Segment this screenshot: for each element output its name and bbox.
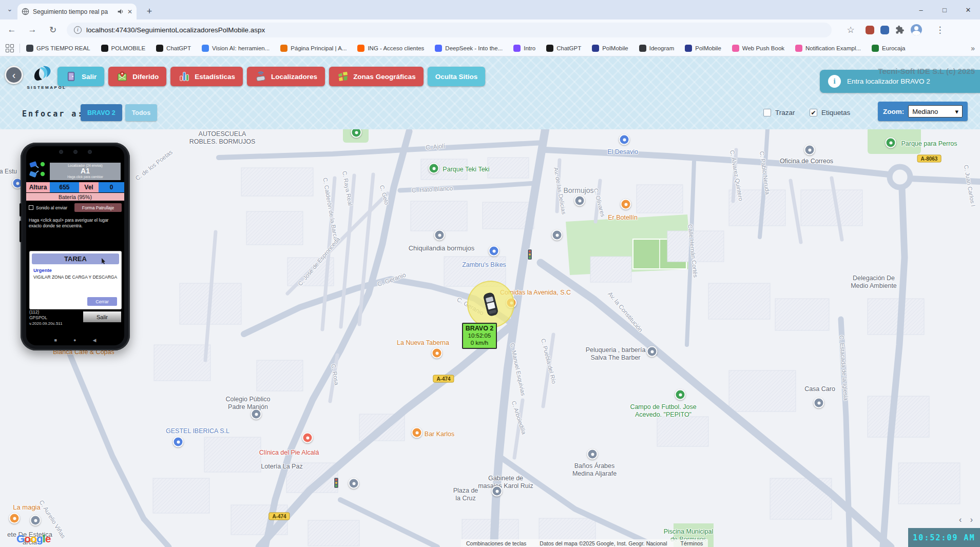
bookmark-item[interactable]: Intro	[513, 45, 535, 52]
map-pan-chevrons[interactable]: ‹ ›	[959, 515, 976, 524]
map-marker-drink[interactable]	[621, 199, 631, 210]
map-marker-bike[interactable]	[489, 246, 499, 257]
extension-icon[interactable]	[880, 26, 889, 34]
bookmark-item[interactable]: POLMOBILE	[101, 45, 145, 52]
bookmark-favicon	[592, 45, 599, 52]
sonido-checkbox[interactable]	[29, 205, 33, 210]
bookmark-item[interactable]: PolMobile	[592, 45, 628, 52]
map-marker-paw[interactable]	[886, 138, 896, 148]
bookmark-item[interactable]: Ideogram	[639, 45, 675, 52]
nav-home-icon[interactable]: ●	[73, 338, 76, 343]
collapse-back-button[interactable]: ‹	[5, 66, 23, 84]
browser-navbar: ← → ↻ i localhost:47430/SeguimientoLocal…	[0, 19, 980, 40]
bookmark-item[interactable]: PolMobile	[685, 45, 721, 52]
vehicle-name: BRAVO 2	[464, 325, 495, 333]
map-marker-drink[interactable]	[412, 427, 422, 438]
bookmark-star-icon[interactable]: ☆	[842, 22, 859, 37]
map-marker-dot[interactable]	[30, 515, 41, 526]
map-marker-tree[interactable]	[429, 163, 439, 174]
map-marker-dot[interactable]	[814, 398, 824, 408]
extension-icon[interactable]	[866, 26, 874, 34]
locator-header[interactable]: Localizador (24 envíos) A1 Haga click pa…	[50, 163, 121, 180]
map-marker-med[interactable]	[302, 433, 313, 443]
terms-link[interactable]: Términos	[681, 540, 703, 546]
keyboard-shortcuts-link[interactable]: Combinaciones de teclas	[466, 540, 526, 546]
apps-grid-icon[interactable]	[5, 44, 14, 53]
vehicle-highlight-circle[interactable]	[467, 281, 514, 328]
toolbar-button-zonas-geograficas[interactable]: Zonas Geográficas	[329, 67, 424, 86]
bookmark-item[interactable]: ChatGPT	[546, 45, 581, 52]
map-marker-dot[interactable]	[574, 196, 585, 206]
bookmark-item[interactable]: Notification Exampl...	[795, 45, 861, 52]
bookmark-item[interactable]: DeepSeek - Into the...	[435, 45, 503, 52]
site-info-icon[interactable]: i	[74, 26, 82, 34]
bookmark-item[interactable]: GPS TIEMPO REAL	[26, 45, 90, 52]
bookmarks-overflow-icon[interactable]: »	[971, 44, 975, 52]
toolbar-button-oculta-sitios[interactable]: Oculta Sitios	[428, 67, 486, 86]
map-marker-dot[interactable]	[587, 449, 598, 460]
cerrar-button[interactable]: Cerrar	[87, 297, 117, 306]
tab-close-icon[interactable]: ✕	[127, 8, 132, 15]
tarea-title-bar[interactable]: TAREA	[32, 253, 119, 264]
tab-search-chevron[interactable]: ⌄	[5, 5, 14, 14]
bookmark-item[interactable]: Web Push Book	[732, 45, 784, 52]
cursor-icon	[101, 258, 106, 264]
address-bar[interactable]: i localhost:47430/SeguimientoLocalizador…	[67, 23, 832, 37]
phone-salir-button[interactable]: Salir	[83, 311, 121, 322]
map-marker-dot[interactable]	[349, 478, 359, 489]
bookmark-item[interactable]: Vision AI: herramien...	[202, 45, 270, 52]
toolbar-button-diferido[interactable]: Diferido	[108, 67, 166, 86]
forma-patrullaje-button[interactable]: Forma Patrullaje	[74, 203, 122, 212]
map-marker-lock[interactable]	[173, 437, 184, 447]
forward-button[interactable]: →	[24, 22, 41, 37]
bookmark-favicon	[685, 45, 692, 52]
map-marker-light[interactable]	[527, 249, 532, 260]
tarea-dialog: TAREA Urgente VIGILAR ZONA DE CARGA Y DE…	[30, 251, 121, 309]
browser-tab[interactable]: Seguimiento tiempo real pa ✕	[17, 4, 137, 19]
map-marker-sport[interactable]	[675, 389, 686, 400]
nav-back-icon[interactable]: ◀	[92, 338, 96, 343]
window-maximize-button[interactable]: □	[933, 0, 956, 19]
extensions-puzzle-icon[interactable]	[895, 25, 905, 34]
map-marker-shop[interactable]	[619, 134, 630, 145]
bookmark-item[interactable]: Eurocaja	[872, 45, 905, 52]
map-marker-cocktail[interactable]	[9, 513, 20, 524]
map-marker-dot[interactable]	[434, 230, 445, 241]
reload-button[interactable]: ↻	[44, 22, 62, 37]
bookmark-item[interactable]: Página Principal | A...	[280, 45, 347, 52]
vehicle-info-label[interactable]: BRAVO 2 10:52:05 0 km/h	[462, 323, 497, 349]
etiquetas-checkbox[interactable]	[810, 109, 817, 116]
toolbar-button-salir[interactable]: Salir	[57, 67, 104, 86]
trazar-checkbox[interactable]	[763, 109, 771, 116]
vehicle-speed: 0 km/h	[464, 340, 495, 347]
map[interactable]: AUTOESCUELAROBLES. BORMUJOSC. AjolíParqu…	[0, 129, 980, 547]
map-marker-light[interactable]	[334, 477, 339, 489]
map-marker-dot[interactable]	[492, 486, 503, 497]
map-marker-dot[interactable]	[647, 346, 658, 357]
etiquetas-label: Etiquetas	[821, 109, 850, 116]
new-tab-button[interactable]: +	[143, 5, 156, 18]
bookmark-item[interactable]: ChatGPT	[156, 45, 191, 52]
map-label: Plaza dela Cruz	[453, 487, 478, 502]
tab-audio-icon[interactable]	[117, 8, 124, 15]
browser-menu-icon[interactable]: ⋮	[931, 22, 949, 37]
map-marker-drink[interactable]	[432, 348, 443, 359]
toolbar-button-estadisticas[interactable]: Estadísticas	[170, 67, 243, 86]
map-label: Casa Caro	[804, 385, 835, 393]
map-label: Er Botellín	[608, 214, 638, 222]
nav-square-icon[interactable]: ■	[54, 338, 57, 343]
toolbar-button-localizadores[interactable]: Localizadores	[247, 67, 325, 86]
focus-target-todos-button[interactable]: Todos	[125, 104, 158, 121]
profile-avatar[interactable]	[911, 24, 922, 35]
window-close-button[interactable]: ✕	[956, 0, 980, 19]
focus-target-bravo2-button[interactable]: BRAVO 2	[81, 104, 122, 121]
map-marker-dot[interactable]	[804, 145, 815, 155]
map-marker-dot[interactable]	[251, 409, 262, 420]
phone-info-text[interactable]: Haga <click aquí> para averiguar el luga…	[29, 218, 121, 229]
bookmark-item[interactable]: ING - Acceso clientes	[357, 45, 424, 52]
zoom-select[interactable]: Mediano ▾	[908, 105, 963, 118]
bookmark-favicon	[202, 45, 209, 52]
map-marker-dot[interactable]	[552, 230, 563, 241]
back-button[interactable]: ←	[3, 22, 21, 37]
window-minimize-button[interactable]: –	[909, 0, 933, 19]
